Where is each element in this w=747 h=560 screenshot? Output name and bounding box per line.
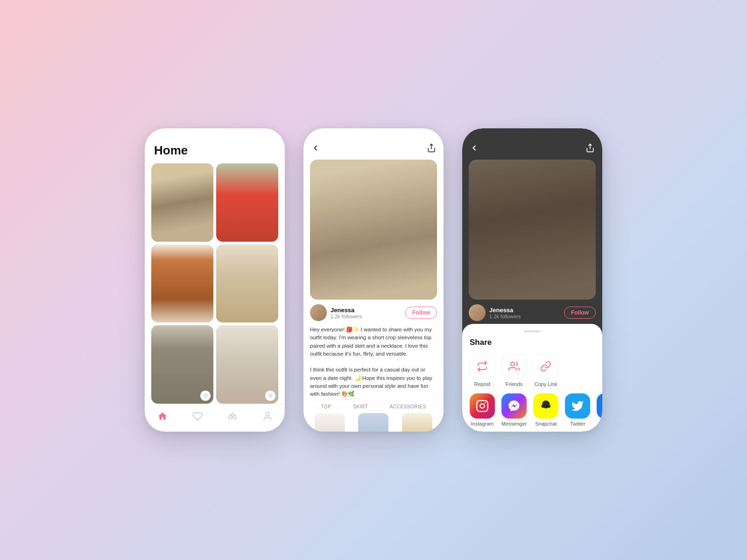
tag-top[interactable]: TOP <box>321 404 331 409</box>
instagram-logo <box>476 399 489 413</box>
repost-icon <box>477 361 488 372</box>
facebook-icon[interactable] <box>597 393 602 419</box>
copy-link-label: Copy Link <box>535 381 557 387</box>
post-caption: Hey everyone! 🎒✨ I wanted to share with … <box>303 324 444 400</box>
product-thumb-skirt[interactable] <box>358 413 388 432</box>
product-thumbnails <box>303 411 444 432</box>
messenger-icon[interactable] <box>501 393 527 419</box>
snapchat-label: Snapchat <box>535 421 557 427</box>
share-button[interactable] <box>427 143 436 155</box>
tag-accessories[interactable]: ACCESSORIES <box>390 404 426 409</box>
nav-profile-button[interactable] <box>262 411 273 421</box>
home-grid: ♡ ♡ <box>145 163 285 404</box>
messenger-label: Messenger <box>501 421 527 427</box>
grid-item[interactable]: ♡ <box>216 325 278 404</box>
twitter-logo <box>571 399 584 413</box>
svg-point-2 <box>266 412 269 415</box>
tag-skirt[interactable]: SKIRT <box>353 404 368 409</box>
share-icon-dark <box>585 143 595 153</box>
share-app-instagram[interactable]: Instagram <box>470 393 495 427</box>
user-info: Jenessa 1.2k followers <box>310 304 362 321</box>
friends-icon-button[interactable] <box>501 354 527 379</box>
instagram-icon[interactable] <box>470 393 495 419</box>
back-button[interactable] <box>311 143 320 155</box>
product-thumb-accessory[interactable] <box>402 413 432 432</box>
friends-icon <box>508 361 520 372</box>
share-apps-row: Instagram Messenger <box>470 393 595 427</box>
post-main-image-dark <box>469 160 596 300</box>
grid-item[interactable] <box>151 163 213 242</box>
product-thumb-top[interactable] <box>315 413 345 432</box>
share-app-twitter[interactable]: Twitter <box>565 393 590 427</box>
share-title: Share <box>470 338 595 347</box>
svg-point-0 <box>228 415 232 419</box>
grid-item[interactable] <box>216 245 278 323</box>
heart-icon <box>192 411 203 421</box>
copy-link-icon <box>540 361 551 372</box>
share-app-facebook[interactable]: Fa... <box>597 393 602 427</box>
back-icon-dark <box>470 143 479 153</box>
messenger-logo <box>507 399 521 413</box>
share-option-repost[interactable]: Repost <box>470 354 495 387</box>
svg-point-1 <box>233 415 236 419</box>
twitter-label: Twitter <box>570 421 585 427</box>
home-icon <box>157 411 168 421</box>
username-dark: Jenessa <box>489 307 521 314</box>
twitter-icon[interactable] <box>565 393 590 419</box>
share-app-snapchat[interactable]: Snapchat <box>533 393 558 427</box>
caption-text-1: Hey everyone! 🎒✨ I wanted to share with … <box>310 326 437 358</box>
share-option-copy-link[interactable]: Copy Link <box>533 354 558 387</box>
nav-explore-button[interactable] <box>227 411 238 421</box>
share-primary-options: Repost Friends <box>470 354 595 387</box>
username: Jenessa <box>331 307 362 314</box>
follow-button-dark[interactable]: Follow <box>564 307 596 319</box>
user-icon <box>262 411 273 421</box>
share-button-dark[interactable] <box>585 143 595 155</box>
share-option-friends[interactable]: Friends <box>501 354 527 387</box>
back-button-dark[interactable] <box>470 143 479 155</box>
svg-point-8 <box>511 362 514 366</box>
svg-point-11 <box>485 402 486 404</box>
avatar-dark <box>469 304 486 321</box>
copy-link-icon-button[interactable] <box>533 354 558 379</box>
grid-item[interactable] <box>151 245 213 323</box>
share-sheet: Share Repost <box>462 324 602 432</box>
nav-likes-button[interactable] <box>192 411 203 421</box>
grid-item[interactable] <box>216 163 278 242</box>
snapchat-icon[interactable] <box>533 393 558 419</box>
product-tags-row: TOP SKIRT ACCESSORIES <box>303 400 444 411</box>
friends-label: Friends <box>506 381 523 387</box>
phone-home: Home ♡ <box>145 128 285 432</box>
instagram-label: Instagram <box>471 421 494 427</box>
caption-text-2: I think this outfit is perfect for a cas… <box>310 366 437 398</box>
share-icon <box>427 143 436 153</box>
follow-button[interactable]: Follow <box>405 307 437 319</box>
heart-badge: ♡ <box>200 391 211 401</box>
bottom-nav <box>145 404 285 432</box>
repost-label: Repost <box>474 381 491 387</box>
svg-point-10 <box>480 404 484 408</box>
page-title: Home <box>154 143 275 158</box>
user-info-dark: Jenessa 1.2k followers <box>469 304 521 321</box>
repost-icon-button[interactable] <box>470 354 495 379</box>
followers-count: 1.2k followers <box>331 314 362 319</box>
grid-item[interactable]: ♡ <box>151 325 213 404</box>
svg-rect-9 <box>477 400 487 411</box>
nav-home-button[interactable] <box>157 411 168 421</box>
share-app-messenger[interactable]: Messenger <box>501 393 527 427</box>
share-handle <box>524 330 541 332</box>
post-main-image <box>310 160 437 300</box>
followers-dark: 1.2k followers <box>489 314 521 319</box>
phone-share: Jenessa 1.2k followers Follow Share <box>462 128 602 432</box>
avatar <box>310 304 327 321</box>
phones-container: Home ♡ <box>145 128 602 432</box>
heart-badge: ♡ <box>265 391 275 401</box>
snapchat-logo <box>539 399 552 413</box>
back-icon <box>311 143 320 153</box>
glasses-icon <box>227 411 238 421</box>
phone-detail: Jenessa 1.2k followers Follow Hey everyo… <box>303 128 444 432</box>
